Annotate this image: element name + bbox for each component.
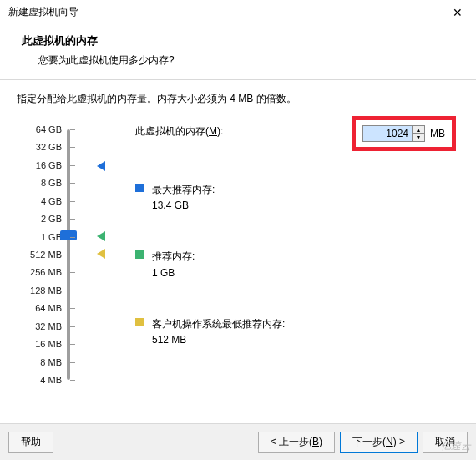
ruler-label: 1 GB bbox=[17, 232, 62, 242]
ruler-label: 8 MB bbox=[17, 357, 62, 367]
recommended-memory-value: 1 GB bbox=[152, 265, 195, 281]
max-memory-label: 最大推荐内存: bbox=[152, 182, 215, 198]
header-section: 此虚拟机的内存 您要为此虚拟机使用多少内存? bbox=[0, 25, 476, 80]
spinner-up-icon[interactable]: ▲ bbox=[413, 126, 424, 134]
ruler-label: 32 MB bbox=[17, 321, 62, 331]
ruler-label: 8 GB bbox=[17, 178, 62, 188]
ruler-label: 2 GB bbox=[17, 214, 62, 224]
green-square-icon bbox=[135, 250, 144, 259]
guest-memory-info: 客户机操作系统最低推荐内存: 512 MB bbox=[135, 316, 459, 348]
ruler-label: 16 GB bbox=[17, 160, 62, 170]
memory-slider[interactable]: 64 GB32 GB16 GB8 GB4 GB2 GB1 GB512 MB256… bbox=[17, 124, 94, 385]
ruler-label: 128 MB bbox=[17, 286, 62, 296]
help-button[interactable]: 帮助 bbox=[8, 432, 53, 453]
ruler-label: 64 GB bbox=[17, 124, 62, 134]
ruler-label: 64 MB bbox=[17, 303, 62, 313]
back-button[interactable]: < 上一步(B) bbox=[258, 432, 335, 453]
ruler-label: 256 MB bbox=[17, 267, 62, 277]
ruler-label: 16 MB bbox=[17, 339, 62, 349]
recommended-memory-info: 推荐内存: 1 GB bbox=[135, 249, 459, 281]
page-subtitle: 您要为此虚拟机使用多少内存? bbox=[38, 53, 454, 68]
close-icon[interactable]: ✕ bbox=[448, 4, 468, 21]
ruler-label: 4 GB bbox=[17, 196, 62, 206]
titlebar: 新建虚拟机向导 ✕ bbox=[0, 0, 476, 25]
recommended-memory-label: 推荐内存: bbox=[152, 249, 195, 265]
ruler-label: 32 GB bbox=[17, 142, 62, 152]
ruler-label: 4 MB bbox=[17, 375, 62, 385]
next-button[interactable]: 下一步(N) > bbox=[340, 432, 418, 453]
spinner-down-icon[interactable]: ▼ bbox=[413, 134, 424, 141]
max-memory-value: 13.4 GB bbox=[152, 198, 215, 214]
guest-memory-value: 512 MB bbox=[152, 332, 285, 348]
window-title: 新建虚拟机向导 bbox=[8, 5, 78, 19]
memory-label: 此虚拟机的内存(M): bbox=[135, 124, 223, 139]
yellow-square-icon bbox=[135, 318, 144, 326]
memory-spinner[interactable]: ▲ ▼ bbox=[413, 125, 425, 142]
max-memory-info: 最大推荐内存: 13.4 GB bbox=[135, 182, 459, 214]
blue-square-icon bbox=[135, 184, 144, 192]
page-title: 此虚拟机的内存 bbox=[22, 33, 454, 48]
cancel-button[interactable]: 取消 bbox=[423, 432, 468, 453]
memory-unit: MB bbox=[430, 128, 445, 139]
instruction-text: 指定分配给此虚拟机的内存量。内存大小必须为 4 MB 的倍数。 bbox=[17, 92, 459, 106]
ruler-label: 512 MB bbox=[17, 250, 62, 260]
footer: 帮助 < 上一步(B) 下一步(N) > 取消 bbox=[0, 423, 476, 460]
body-section: 指定分配给此虚拟机的内存量。内存大小必须为 4 MB 的倍数。 64 GB32 … bbox=[0, 80, 476, 393]
guest-memory-label: 客户机操作系统最低推荐内存: bbox=[152, 316, 285, 332]
memory-input[interactable] bbox=[362, 125, 413, 142]
slider-handle[interactable] bbox=[60, 230, 77, 240]
memory-input-highlight: ▲ ▼ MB bbox=[352, 116, 456, 151]
